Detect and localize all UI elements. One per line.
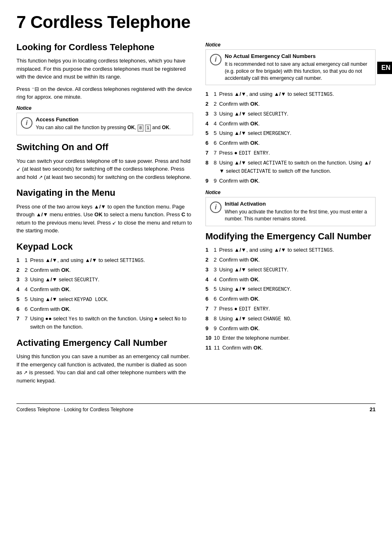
mod-step-11: 11 Confirm with OK. [205,344,376,352]
looking-p1: This function helps you in locating cord… [16,57,193,81]
right-notice-text: It is recommended not to save any actual… [225,61,371,81]
activating-steps-list: 1 Press ▲/▼, and using ▲/▼ to select SET… [205,90,376,185]
navigating-section: Navigating in the Menu Press one of the … [16,188,193,234]
modifying-title: Modifying the Emergency Call Number [205,231,376,242]
act-step-7: 7 Press ● EDIT ENTRY. [205,149,376,157]
switching-p1: You can switch your cordless telephone o… [16,157,193,181]
act-step-2: 2 Confirm with OK. [205,100,376,108]
notice1-label: Notice [16,105,193,111]
page: EN 7 Cordless Telephone Looking for Cord… [0,0,392,556]
switching-title: Switching On and Off [16,142,193,153]
modifying-section: Modifying the Emergency Call Number 1 Pr… [205,231,376,352]
modifying-steps-list: 1 Press ▲/▼, and using ▲/▼ to select SET… [205,246,376,352]
left-column: Looking for Cordless Telephone This func… [16,42,193,391]
keypad-section: Keypad Lock 1 Press ▲/▼, and using ▲/▼ t… [16,241,193,331]
keypad-step-2: 2 Confirm with OK. [16,266,193,274]
notice2-label: Notice [205,190,376,195]
looking-title: Looking for Cordless Telephone [16,42,193,53]
mod-step-9: 9 Confirm with OK. [205,324,376,333]
right-notice-icon: i [210,54,221,65]
keypad-step-4: 4 Confirm with OK. [16,285,193,294]
notice2-title: Initial Activation [225,201,371,207]
right-notice-content: No Actual Emergency Call Numbers It is r… [225,53,371,81]
activating-section: Activating Emergency Call Number Using t… [16,338,193,385]
act-step-1: 1 Press ▲/▼, and using ▲/▼ to select SET… [205,90,376,98]
footer-left: Cordless Telephone · Looking for Cordles… [16,407,133,412]
switching-section: Switching On and Off You can switch your… [16,142,193,181]
footer-right: 21 [370,406,376,412]
act-step-3: 3 Using ▲/▼ select SECURITY. [205,110,376,118]
act-step-6: 6 Confirm with OK. [205,139,376,147]
keypad-steps-list: 1 Press ▲/▼, and using ▲/▼ to select SET… [16,256,193,331]
act-step-8: 8 Using ▲/▼ select ACTIVATE to switch on… [205,159,376,175]
notice-emergency: Notice i No Actual Emergency Call Number… [205,42,376,85]
keypad-step-6: 6 Confirm with OK. [16,305,193,313]
notice-initial: Notice i Initial Activation When you act… [205,190,376,226]
right-notice-label: Notice [205,42,376,48]
activating-title: Activating Emergency Call Number [16,338,193,348]
mod-step-7: 7 Press ● EDIT ENTRY. [205,305,376,313]
mod-step-8: 8 Using ▲/▼ select CHANGE NO. [205,315,376,323]
navigating-p1: Press one of the two arrow keys ▲/▼ to o… [16,203,193,235]
notice1-icon: i [21,117,32,129]
act-step-4: 4 Confirm with OK. [205,120,376,128]
notice1-content: Access Function You can also call the fu… [36,116,171,132]
key-1: 1 [145,125,151,132]
keypad-step-7: 7 Using ●● select Yes to switch on the f… [16,315,193,331]
key-8: 8 [138,125,144,132]
menu-icon: ⁻⊟ [32,86,39,92]
mod-step-3: 3 Using ▲/▼ select SECURITY. [205,266,376,274]
act-step-9: 9 Confirm with OK. [205,177,376,185]
notice1-text: You can also call the function by pressi… [36,124,171,132]
notice2-box: i Initial Activation When you activate t… [205,197,376,226]
act-step-5: 5 Using ▲/▼ select EMERGENCY. [205,129,376,137]
notice1-title: Access Function [36,116,171,123]
looking-section: Looking for Cordless Telephone This func… [16,42,193,135]
navigating-title: Navigating in the Menu [16,188,193,198]
en-badge: EN [377,62,392,74]
notice2-content: Initial Activation When you activate the… [225,201,371,222]
footer: Cordless Telephone · Looking for Cordles… [16,403,376,412]
mod-step-6: 6 Confirm with OK. [205,295,376,303]
keypad-step-1: 1 Press ▲/▼, and using ▲/▼ to select SET… [16,256,193,264]
keypad-step-3: 3 Using ▲/▼ select SECURITY. [16,276,193,284]
right-column: Notice i No Actual Emergency Call Number… [205,42,376,391]
looking-p2: Press ⁻⊟ on the device. All cordless tel… [16,85,193,101]
mod-step-2: 2 Confirm with OK. [205,256,376,264]
chapter-title: 7 Cordless Telephone [16,12,376,32]
right-notice-title: No Actual Emergency Call Numbers [225,53,371,59]
notice-access-function: Notice i Access Function You can also ca… [16,105,193,135]
notice2-icon: i [210,202,221,213]
mod-step-5: 5 Using ▲/▼ select EMERGENCY. [205,285,376,293]
mod-step-1: 1 Press ▲/▼, and using ▲/▼ to select SET… [205,246,376,254]
mod-step-4: 4 Confirm with OK. [205,276,376,284]
right-notice-box: i No Actual Emergency Call Numbers It is… [205,49,376,85]
mod-step-10: 10 Enter the telephone number. [205,334,376,342]
notice2-text: When you activate the function for the f… [225,208,371,222]
keypad-step-5: 5 Using ▲/▼ select KEYPAD LOCK. [16,295,193,303]
activating-p1: Using this function you can save a numbe… [16,352,193,385]
keypad-title: Keypad Lock [16,241,193,252]
notice1-box: i Access Function You can also call the … [16,113,193,135]
